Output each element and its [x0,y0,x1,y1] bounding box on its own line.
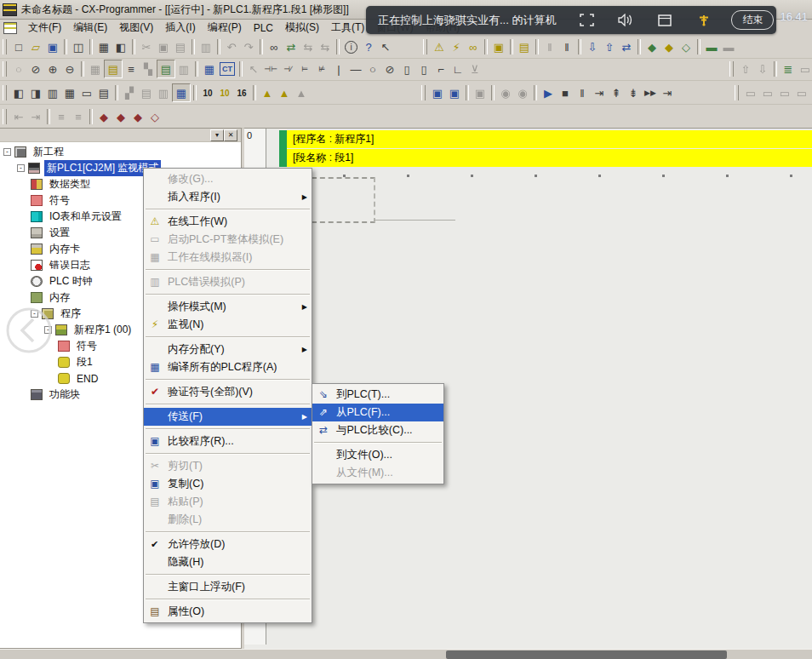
sim-pause-icon[interactable]: ‖ [574,84,591,101]
page-setup-icon[interactable]: ◫ [70,38,87,55]
redo-icon[interactable]: ↷ [240,38,257,55]
help-icon[interactable]: ? [360,38,377,55]
replace-icon[interactable]: ⇄ [283,38,300,55]
find-next-icon[interactable]: ⇆ [300,38,317,55]
expand-box-icon[interactable]: - [3,148,11,156]
work-online-warning-icon[interactable]: ⚠ [431,38,448,55]
rung-corner-icon[interactable]: ∟ [449,60,466,77]
submenu-from-plc[interactable]: ⇗从PLC(F)... [312,404,443,421]
force-cancel-icon[interactable]: ◇ [678,38,695,55]
sim-stop-icon[interactable]: ■ [557,84,574,101]
cut-icon[interactable]: ✂ [138,38,155,55]
coil-nc-icon[interactable]: ⊘ [381,60,398,77]
context-menu-plc-error-sim[interactable]: ▥PLC错误模拟(P) [144,273,312,291]
upload-plc-icon[interactable]: ⇧ [601,38,618,55]
monitor-stop-icon[interactable]: ▲ [293,84,310,101]
list-view-icon[interactable]: ≡ [123,60,140,77]
fullscreen-icon[interactable] [578,12,595,29]
diff2-icon[interactable]: ◆ [112,108,129,125]
zoom-out-icon[interactable]: ⊖ [61,60,78,77]
menubar-item-1[interactable]: 文件(F) [22,20,67,36]
display-pill4-icon[interactable]: ▭ [793,84,810,101]
monitor-run2-icon[interactable]: ▲ [276,84,293,101]
diff3-icon[interactable]: ◆ [129,108,146,125]
sim-scan-icon[interactable]: ▶▶ [642,84,659,101]
menubar-item-5[interactable]: 编程(P) [202,20,248,36]
context-menu-transfer[interactable]: 传送(F)▶ [144,408,312,426]
display-pill3-icon[interactable]: ▭ [776,84,793,101]
toolbar-grip[interactable] [421,85,426,100]
align-top-icon[interactable]: ≡ [53,108,70,125]
expand-box-icon[interactable]: - [17,164,25,172]
sunflower-icon[interactable] [695,12,712,29]
context-menu-insert-program[interactable]: 插入程序(I)▶ [144,188,312,206]
menubar-item-8[interactable]: 工具(T) [325,20,370,36]
rack-config-icon[interactable]: ▭ [797,60,812,77]
retrieve-down-icon[interactable]: ⇩ [754,60,771,77]
selected-cell-hatch[interactable] [312,177,375,223]
horizontal-scrollbar[interactable] [0,649,812,659]
rung-branch-icon[interactable]: ⌐ [432,60,449,77]
context-menu-paste[interactable]: ▤粘贴(P) [144,493,312,511]
display-b-icon[interactable]: ▬ [720,38,737,55]
split-view-icon[interactable]: ▚ [140,60,157,77]
hex-display-icon[interactable]: 16 [233,84,250,101]
toolbar-grip[interactable] [3,109,7,124]
address-ref-icon[interactable]: ▦ [201,60,218,77]
submenu-compare-with-plc[interactable]: ⇄与PLC比较(C)... [312,421,443,439]
monitor-warning-icon[interactable]: ⚡ [448,38,465,55]
sim-step-in-icon[interactable]: ⇞ [608,84,625,101]
display-pill2-icon[interactable]: ▭ [759,84,776,101]
window-props-icon[interactable]: ▤ [95,84,112,101]
panel-close-button[interactable]: ✕ [224,129,237,141]
display-a-icon[interactable]: ▬ [703,38,720,55]
pause-icon[interactable]: ‖ [558,38,575,55]
watch-icon[interactable]: ▤ [138,84,155,101]
signed-dec-display-icon[interactable]: 10 [216,84,233,101]
context-menu-start-plcpt-sim[interactable]: ▭启动PLC-PT整体模拟(E) [144,231,312,249]
toolbar-grip[interactable] [3,61,7,77]
contact-or-no-icon[interactable]: ⊨ [296,60,313,77]
force-set-icon[interactable]: ◆ [643,38,660,55]
wrap-rungs-icon[interactable]: ▥ [175,60,192,77]
compare-plc-icon[interactable]: ⇄ [618,38,635,55]
context-menu-allow-docking[interactable]: ✔允许停放(D) [144,536,312,553]
context-menu-monitor[interactable]: ⚡监视(N) [144,316,312,334]
download-plc-icon[interactable]: ⇩ [584,38,601,55]
sim-play-icon[interactable]: ▶ [540,84,557,101]
paste-icon[interactable]: ▤ [172,38,189,55]
toolbar-grip[interactable] [3,39,7,54]
zoom-tool-icon[interactable]: ○ [10,60,27,77]
compare-toolbar-icon[interactable]: ▣ [472,84,489,101]
indent-left-icon[interactable]: ⇤ [10,108,27,125]
instruction-icon[interactable]: ▯ [398,60,415,77]
pause-monitor-icon[interactable]: ‖ [541,38,558,55]
context-menu-hide[interactable]: 隐藏(H) [144,553,312,571]
new-view-icon[interactable]: ▭ [78,84,95,101]
rack-view-icon[interactable]: ≣ [780,60,797,77]
contact-nc-icon[interactable]: ⊣∕ [279,60,296,77]
online-hand-icon[interactable]: ◉ [497,84,514,101]
zoom-sel-icon[interactable]: ⊘ [27,60,44,77]
force-reset-icon[interactable]: ◆ [660,38,678,55]
context-menu-delete[interactable]: 删除(L) [144,511,312,529]
mdi-child-icon[interactable] [3,22,17,34]
window-icon[interactable] [656,12,673,29]
compact-rungs-icon[interactable]: ▤ [157,60,175,78]
new-file-icon[interactable]: □ [10,38,27,55]
dec-display-icon[interactable]: 10 [199,84,216,101]
contact-no-icon[interactable]: ⊣⊢ [262,60,279,77]
sim-run-end-icon[interactable]: ⇥ [659,84,676,101]
clock-ct-icon[interactable]: CT [220,62,235,76]
copy-icon[interactable]: ▣ [155,38,172,55]
watch2-icon[interactable]: ▥ [155,84,172,101]
device-monitor-icon[interactable]: ∞ [465,38,482,55]
context-help-icon[interactable]: ↖ [377,38,394,55]
monitor-run-icon[interactable]: ▲ [259,84,276,101]
speaker-icon[interactable] [617,12,634,29]
context-menu-modify[interactable]: 修改(G)... [144,170,312,188]
cross-ref-icon[interactable]: ▞ [121,84,138,101]
find-prev-icon[interactable]: ⇆ [317,38,334,55]
scrollbar-thumb[interactable] [446,650,727,659]
diff4-icon[interactable]: ◇ [146,108,163,125]
